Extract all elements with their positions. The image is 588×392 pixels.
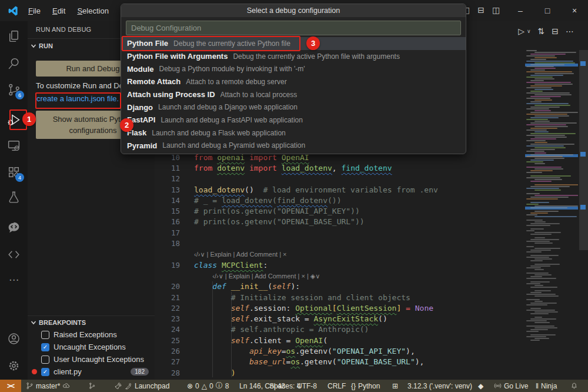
breakpoint-checkbox[interactable] (41, 331, 49, 339)
maximize-button[interactable]: □ (534, 0, 561, 21)
quickpick-item-label: Django (127, 103, 153, 112)
quickpick-item[interactable]: DjangoLaunch and debug a Django web appl… (121, 101, 466, 114)
code-line: 19class MCPClient: (155, 260, 438, 270)
notifications-item[interactable] (570, 380, 578, 392)
annotation-box-2 (35, 92, 121, 109)
snippets-icon[interactable] (6, 247, 21, 262)
encoding-item[interactable]: UTF-8 (297, 380, 317, 392)
quickpick-item[interactable]: Remote AttachAttach to a remote debug se… (121, 75, 466, 88)
open-changes-icon[interactable]: ⇅ (538, 26, 545, 36)
eol-item[interactable]: CRLF (328, 380, 346, 392)
activity-bar: 6 4 ⋯ (0, 21, 28, 380)
breakpoints-section-header[interactable]: BREAKPOINTS (31, 319, 86, 326)
sidebar-title: RUN AND DEBUG (36, 26, 91, 33)
run-python-file-icon[interactable]: ▷ (518, 26, 524, 36)
close-button[interactable]: × (561, 0, 588, 21)
code-line: 16# print(os.getenv("OPENAI_BASE_URL")) (155, 217, 438, 227)
testing-beaker-icon[interactable] (6, 190, 21, 204)
table-icon-item[interactable]: ⊞ (392, 380, 398, 392)
account-icon[interactable] (6, 331, 21, 346)
indentation-item[interactable]: Spaces: 4 (269, 380, 300, 392)
scm-graph-item[interactable] (88, 380, 96, 392)
debug-config-quickpick: Select a debug configuration Python File… (121, 4, 466, 154)
remote-explorer-icon[interactable] (6, 138, 21, 153)
toggle-panel-icon[interactable]: ⊟ (477, 5, 485, 15)
scrollbar-slider[interactable] (579, 50, 588, 250)
code-line: 12 (155, 174, 438, 184)
cloud-upload-icon (62, 382, 70, 390)
code-line: 27 base_url=os.getenv("OPENAI_BASE_URL")… (155, 357, 438, 367)
quickpick-item[interactable]: FastAPILaunch and debug a FastAPI web ap… (121, 114, 466, 127)
problems-item[interactable]: ⊗ 0 △ 0 ⓘ 8 (187, 380, 229, 392)
run-dropdown-chevron-icon[interactable]: ∨ (527, 28, 531, 34)
toggle-secondary-sidebar-icon[interactable]: ◫ (492, 5, 500, 15)
annotation-step-3: 3 (306, 36, 320, 50)
code-line: ‹/›∨ | Explain | Add Comment | × (155, 249, 438, 260)
graph-icon (88, 382, 96, 390)
ninja-item[interactable]: ‖ Ninja (536, 380, 557, 392)
quickpick-item[interactable]: Python File with ArgumentsDebug the curr… (121, 50, 466, 63)
launchpad-item[interactable]: Launchpad (115, 380, 169, 392)
chat-icon[interactable] (6, 220, 21, 235)
editor-actions: ▷ ∨ ⇅ ⊟ ⋯ (518, 26, 574, 36)
status-bar: >< master* Launchpad ⊗ 0 △ 0 ⓘ 8 Ln 146,… (0, 380, 588, 392)
minimap[interactable] (525, 50, 578, 371)
formatter-icon: ◆ (478, 382, 483, 390)
breakpoint-item[interactable]: User Uncaught Exceptions (28, 353, 155, 366)
minimize-button[interactable]: – (507, 0, 534, 21)
broadcast-icon (494, 382, 502, 390)
settings-gear-icon[interactable] (6, 358, 21, 373)
breakpoint-checkbox[interactable] (41, 356, 49, 364)
quickpick-item[interactable]: PyramidLaunch and debug a Pyramid web ap… (121, 139, 466, 152)
formatter-item[interactable]: ◆ (478, 380, 483, 392)
error-count: 0 (195, 382, 199, 390)
quickpick-item-description: Launch and debug a Pyramid web applicati… (162, 141, 305, 150)
more-views-icon[interactable]: ⋯ (6, 274, 21, 289)
quickpick-item-label: Attach using Process ID (127, 90, 215, 99)
python-interpreter-item[interactable]: 3.12.3 ('.venv': venv) (407, 380, 472, 392)
run-section-header[interactable]: RUN (31, 42, 53, 49)
menu-edit[interactable]: Edit (46, 4, 71, 18)
code-line: 20 def __init__(self): (155, 281, 438, 292)
breakpoint-checkbox[interactable]: ✓ (41, 368, 49, 376)
language-item[interactable]: {} Python (351, 380, 380, 392)
more-actions-icon[interactable]: ⋯ (566, 26, 574, 36)
code-lines: 10from openai import OpenAI11from dotenv… (155, 152, 438, 378)
remote-indicator[interactable]: >< (0, 380, 21, 392)
editor-scrollbar[interactable] (579, 21, 588, 380)
code-line: 21 # Initialize session and client objec… (155, 292, 438, 303)
breakpoint-item[interactable]: ✓client.py182 (28, 366, 155, 378)
menu-bar: FileEditSelection⋯ (22, 0, 134, 21)
quickpick-item[interactable]: ModuleDebug a Python module by invoking … (121, 62, 466, 75)
code-line: 17 (155, 227, 438, 238)
git-branch-item[interactable]: master* (26, 380, 70, 392)
annotation-step-1: 1 (22, 112, 36, 126)
layout-toggles: ◧ ⊟ ◫ (462, 5, 500, 15)
code-line: 22 self.session: Optional[ClientSession]… (155, 303, 438, 313)
code-line: 24 # self.anthropic = Anthropic() (155, 324, 438, 335)
quickpick-item[interactable]: Attach using Process IDAttach to a local… (121, 88, 466, 101)
go-live-item[interactable]: Go Live (494, 380, 528, 392)
search-icon[interactable] (6, 56, 21, 71)
menu-file[interactable]: File (22, 4, 46, 18)
quickpick-input-wrap (121, 17, 466, 37)
breakpoint-item[interactable]: Raised Exceptions (28, 328, 155, 341)
code-line: 14# _ = load_dotenv(find_dotenv()) (155, 195, 438, 205)
breakpoint-item[interactable]: ✓Uncaught Exceptions (28, 341, 155, 353)
explorer-icon[interactable] (6, 29, 21, 44)
launchpad-label: Launchpad (135, 382, 169, 390)
vscode-logo-icon (8, 5, 19, 16)
annotation-box-3 (122, 36, 300, 51)
branch-name: master* (36, 382, 60, 390)
breakpoints-list: Raised Exceptions✓Uncaught ExceptionsUse… (28, 328, 155, 378)
quickpick-item-description: Debug the currently active Python file w… (233, 52, 399, 61)
code-line: 18 (155, 238, 438, 248)
breakpoint-dot-icon (32, 369, 37, 374)
breakpoint-checkbox[interactable]: ✓ (41, 343, 49, 351)
extensions-icon[interactable]: 4 (6, 165, 21, 180)
split-editor-icon[interactable]: ⊟ (552, 26, 559, 36)
source-control-icon[interactable]: 6 (6, 82, 21, 97)
quickpick-item[interactable]: FlaskLaunch and debug a Flask web applic… (121, 127, 466, 139)
quickpick-input[interactable] (126, 21, 461, 35)
menu-selection[interactable]: Selection (71, 4, 114, 18)
